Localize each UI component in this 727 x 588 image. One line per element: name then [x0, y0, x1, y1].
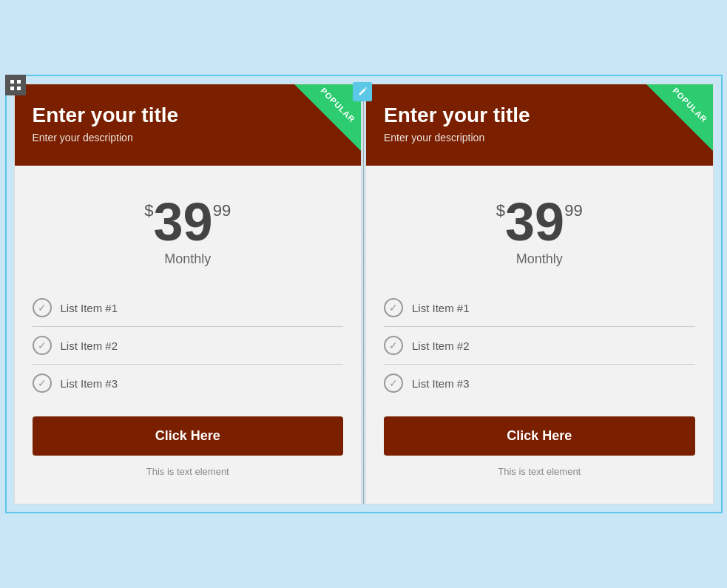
- card-body: $ 39 99 Monthly ✓ List Item #1 ✓ List It…: [366, 166, 713, 504]
- svg-rect-1: [17, 80, 21, 84]
- edit-icon[interactable]: [353, 82, 372, 101]
- feature-item-2: ✓ List Item #2: [384, 327, 695, 365]
- feature-item-3: ✓ List Item #3: [33, 365, 344, 402]
- cta-button[interactable]: Click Here: [384, 416, 695, 456]
- check-icon: ✓: [384, 374, 403, 393]
- check-icon: ✓: [33, 298, 52, 317]
- price-amount: 39: [505, 195, 564, 249]
- feature-item-1: ✓ List Item #1: [33, 289, 344, 327]
- card-description: Enter your description: [33, 132, 344, 143]
- price-row: $ 39 99: [384, 195, 695, 249]
- card-body: $ 39 99 Monthly ✓ List Item #1 ✓ List It…: [15, 166, 362, 504]
- feature-item-2: ✓ List Item #2: [33, 327, 344, 365]
- check-icon: ✓: [384, 336, 403, 355]
- feature-item-1: ✓ List Item #1: [384, 289, 695, 327]
- card-separator: [363, 84, 364, 504]
- feature-text: List Item #3: [61, 377, 118, 390]
- feature-text: List Item #2: [61, 339, 118, 352]
- price-section: $ 39 99 Monthly: [384, 180, 695, 274]
- feature-text: List Item #3: [412, 377, 470, 390]
- card-description: Enter your description: [384, 132, 695, 143]
- features-list: ✓ List Item #1 ✓ List Item #2 ✓ List Ite…: [384, 289, 695, 402]
- price-period: Monthly: [33, 251, 344, 267]
- price-section: $ 39 99 Monthly: [33, 180, 344, 274]
- card-footer-text: This is text element: [384, 466, 695, 489]
- svg-rect-3: [17, 87, 21, 90]
- price-amount: 39: [154, 195, 213, 249]
- feature-text: List Item #1: [412, 302, 470, 314]
- cta-button[interactable]: Click Here: [33, 416, 344, 456]
- pricing-card-1: Enter your title Enter your description …: [14, 84, 362, 504]
- svg-rect-2: [10, 87, 14, 90]
- card-header: Enter your title Enter your description …: [15, 84, 362, 166]
- grid-handle-icon[interactable]: [5, 75, 26, 95]
- price-cents: 99: [564, 201, 582, 220]
- check-icon: ✓: [33, 374, 52, 393]
- pricing-widget: Enter your title Enter your description …: [5, 75, 723, 513]
- check-icon: ✓: [33, 336, 52, 355]
- feature-text: List Item #1: [61, 302, 118, 314]
- feature-text: List Item #2: [412, 339, 470, 352]
- pricing-card-2: Enter your title Enter your description …: [365, 84, 714, 504]
- price-cents: 99: [213, 201, 231, 220]
- price-row: $ 39 99: [33, 195, 344, 249]
- feature-item-3: ✓ List Item #3: [384, 365, 695, 402]
- price-period: Monthly: [384, 251, 695, 267]
- card-title: Enter your title: [33, 104, 344, 127]
- check-icon: ✓: [384, 298, 403, 317]
- svg-rect-0: [10, 80, 14, 84]
- card-header: Enter your title Enter your description …: [366, 84, 713, 166]
- features-list: ✓ List Item #1 ✓ List Item #2 ✓ List Ite…: [33, 289, 344, 402]
- price-currency: $: [144, 201, 153, 220]
- card-title: Enter your title: [384, 104, 695, 127]
- card-footer-text: This is text element: [33, 466, 344, 489]
- price-currency: $: [496, 201, 505, 220]
